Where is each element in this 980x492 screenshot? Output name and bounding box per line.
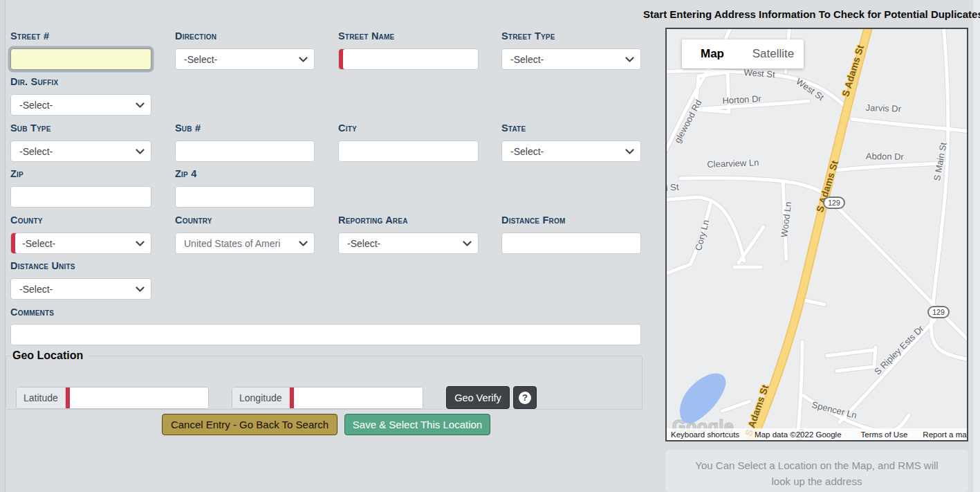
distance-units-label: Distance Units [10, 260, 75, 271]
report-map-error-link[interactable]: Report a map error [923, 430, 968, 439]
latitude-group: Latitude [16, 387, 209, 409]
sub-number-input[interactable] [175, 140, 315, 162]
city-input[interactable] [338, 140, 479, 162]
reporting-area-label: Reporting Area [338, 215, 408, 226]
longitude-input[interactable] [294, 388, 423, 408]
geo-location-title: Geo Location [11, 349, 88, 362]
map-hint-panel: You Can Select a Location on the Map, an… [665, 450, 968, 492]
sub-type-label: Sub Type [10, 122, 51, 134]
zip4-input[interactable] [175, 186, 315, 208]
chevron-down-icon [299, 57, 308, 62]
question-circle-icon: ? [519, 392, 531, 404]
map-canvas[interactable]: West St West St glewood Rd Horton Dr Jar… [665, 28, 968, 441]
zip-label: Zip [10, 168, 24, 179]
keyboard-shortcuts-link[interactable]: Keyboard shortcuts [671, 430, 739, 439]
street-label: Clearview Ln [707, 157, 759, 170]
geo-help-button[interactable]: ? [513, 386, 537, 409]
geo-verify-button[interactable]: Geo Verify [446, 386, 510, 409]
route-129-shield: 129 [927, 306, 950, 318]
satellite-tab[interactable]: Satellite [743, 39, 804, 69]
cancel-entry-button[interactable]: Cancel Entry - Go Back To Search [162, 414, 338, 435]
street-label: Horton Dr [722, 93, 761, 106]
latitude-input[interactable] [70, 388, 208, 408]
street-label: l St [665, 181, 679, 193]
duplicates-notice: Start Entering Address Information To Ch… [643, 8, 965, 20]
chevron-down-icon [136, 241, 145, 246]
dir-suffix-label: Dir. Suffix [10, 76, 58, 87]
chevron-down-icon [625, 57, 634, 62]
street-label: West St [743, 67, 775, 80]
save-select-location-button[interactable]: Save & Select This Location [344, 414, 490, 435]
chevron-down-icon [463, 241, 472, 246]
chevron-down-icon [136, 149, 145, 154]
street-type-label: Street Type [501, 30, 555, 42]
state-select[interactable]: -Select- [501, 140, 641, 162]
map-attribution: Keyboard shortcuts Map data ©2022 Google… [667, 428, 967, 440]
comments-input[interactable] [10, 324, 641, 345]
distance-from-input[interactable] [501, 233, 641, 254]
longitude-group: Longitude [232, 387, 423, 409]
chevron-down-icon [136, 286, 145, 292]
street-number-label: Street # [10, 30, 49, 42]
geo-location-section: Geo Location Latitude Longitude Geo Veri… [6, 349, 642, 410]
state-label: State [501, 122, 526, 134]
direction-label: Direction [175, 30, 216, 42]
map-tab[interactable]: Map [682, 39, 743, 69]
city-label: City [338, 122, 357, 134]
right-edge-strip [973, 0, 980, 492]
country-select[interactable]: United States of Ameri [175, 233, 315, 254]
chevron-down-icon [136, 102, 145, 108]
reporting-area-select[interactable]: -Select- [338, 233, 479, 254]
latitude-addon-label: Latitude [17, 388, 66, 408]
route-129-shield: 129 [823, 197, 845, 209]
map-data-credit: Map data ©2022 Google [755, 430, 841, 439]
street-name-label: Street Name [338, 30, 394, 42]
street-name-input[interactable] [338, 48, 479, 70]
direction-select[interactable]: -Select- [175, 48, 315, 70]
distance-from-label: Distance From [501, 215, 565, 226]
country-label: Country [175, 215, 212, 226]
zip4-label: Zip 4 [175, 168, 196, 179]
distance-units-select[interactable]: -Select- [10, 278, 151, 300]
longitude-addon-label: Longitude [232, 388, 290, 408]
chevron-down-icon [625, 149, 634, 154]
county-select[interactable]: -Select- [10, 233, 151, 254]
dir-suffix-select[interactable]: -Select- [10, 94, 151, 116]
terms-of-use-link[interactable]: Terms of Use [861, 430, 908, 439]
zip-input[interactable] [10, 186, 151, 208]
street-label: Abdon Dr [866, 151, 904, 162]
comments-label: Comments [10, 307, 54, 318]
sub-number-label: Sub # [175, 122, 201, 134]
address-entry-page: Street # Direction -Select- Street Name … [0, 0, 980, 492]
left-gutter [0, 0, 6, 492]
street-label: Jarvis Dr [865, 102, 901, 114]
sub-type-select[interactable]: -Select- [10, 140, 151, 162]
county-label: County [10, 215, 43, 226]
map-type-control: Map Satellite [682, 39, 804, 69]
street-type-select[interactable]: -Select- [501, 48, 641, 70]
street-number-input[interactable] [10, 48, 151, 70]
chevron-down-icon [299, 241, 308, 246]
